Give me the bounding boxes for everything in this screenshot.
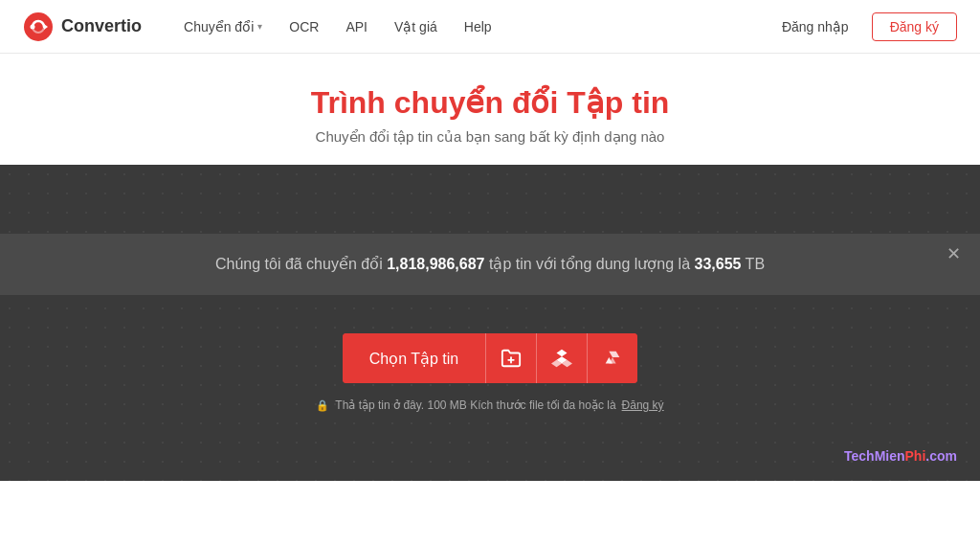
logo-icon xyxy=(23,11,54,42)
nav-item-ocr[interactable]: OCR xyxy=(278,11,330,42)
choose-file-button[interactable]: Chọn Tập tin xyxy=(343,333,486,383)
upload-area: Chúng tôi đã chuyển đổi 1,818,986,687 tậ… xyxy=(0,165,980,481)
close-stats-button[interactable]: ✕ xyxy=(947,245,961,262)
stats-banner: Chúng tôi đã chuyển đổi 1,818,986,687 tậ… xyxy=(0,234,980,295)
nav-item-chuyen-doi[interactable]: Chuyển đổi ▾ xyxy=(172,11,274,42)
google-drive-icon xyxy=(602,348,623,369)
upload-controls: Chọn Tập tin xyxy=(316,333,663,412)
nav-item-vat-gia[interactable]: Vật giá xyxy=(383,11,449,42)
folder-upload-button[interactable] xyxy=(486,333,536,383)
stats-size-number: 33,655 xyxy=(695,256,742,272)
nav-item-api[interactable]: API xyxy=(334,11,379,42)
choose-file-row: Chọn Tập tin xyxy=(343,333,638,383)
dropbox-icon xyxy=(551,348,572,369)
google-drive-button[interactable] xyxy=(588,333,637,383)
navbar: Convertio Chuyển đổi ▾ OCR API Vật giá H… xyxy=(0,0,980,54)
watermark: TechMienPhi.com xyxy=(844,448,957,464)
hero-subtitle: Chuyển đổi tập tin của bạn sang bất kỳ đ… xyxy=(19,128,961,146)
svg-point-1 xyxy=(31,24,35,29)
stats-text: Chúng tôi đã chuyển đổi 1,818,986,687 tậ… xyxy=(38,253,942,276)
hero-title: Trình chuyển đổi Tập tin xyxy=(19,84,961,121)
signup-hint-link[interactable]: Đăng ký xyxy=(622,398,664,412)
nav-links: Chuyển đổi ▾ OCR API Vật giá Help xyxy=(172,11,770,42)
nav-item-help[interactable]: Help xyxy=(453,11,503,42)
dropbox-button[interactable] xyxy=(537,333,587,383)
logo[interactable]: Convertio xyxy=(23,11,142,42)
stats-files-number: 1,818,986,687 xyxy=(387,256,484,272)
login-button[interactable]: Đăng nhập xyxy=(770,13,860,40)
lock-icon: 🔒 xyxy=(316,399,329,412)
navbar-actions: Đăng nhập Đăng ký xyxy=(770,12,957,41)
hero-section: Trình chuyển đổi Tập tin Chuyển đổi tập … xyxy=(0,54,980,165)
chevron-down-icon: ▾ xyxy=(257,21,262,32)
svg-point-0 xyxy=(24,12,53,41)
signup-button[interactable]: Đăng ký xyxy=(872,12,957,41)
folder-icon xyxy=(501,348,522,369)
logo-text: Convertio xyxy=(61,16,142,36)
upload-hint: 🔒 Thả tập tin ở đây. 100 MB Kích thước f… xyxy=(316,398,663,412)
